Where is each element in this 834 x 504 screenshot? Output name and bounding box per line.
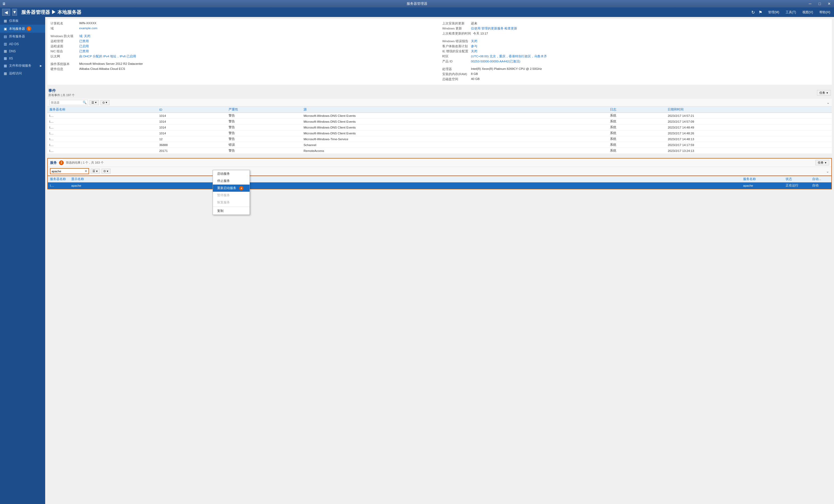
sidebar-item-dns[interactable]: ▦ DNS	[0, 48, 45, 55]
minimize-button[interactable]: ─	[805, 0, 815, 7]
prop-label-remote-desktop: 远程桌面	[50, 44, 77, 48]
menu-tools[interactable]: 工具(T)	[784, 9, 797, 16]
prop-label-computer-name: 计算机名	[50, 22, 77, 25]
sidebar-item-ad-ds[interactable]: ▥ AD DS	[0, 40, 45, 48]
prop-value-ie-esc[interactable]: 关闭	[471, 49, 477, 53]
prop-value-remote-mgmt[interactable]: 已禁用	[79, 39, 89, 43]
srv-row-startup: 自动	[810, 182, 831, 188]
services-task-button[interactable]: 任务 ▼	[815, 160, 829, 165]
cell-server: l....	[47, 130, 157, 136]
events-table: 服务器名称 ID 严重性 源 日志 日期和时间 l.... 1014 警告 Mi…	[47, 107, 832, 154]
services-options-btn[interactable]: ⊙ ▼	[102, 168, 111, 174]
prop-value-nic[interactable]: 已禁用	[79, 49, 89, 53]
events-search-input[interactable]	[51, 101, 83, 104]
table-row[interactable]: l.... 1014 警告 Microsoft-Windows-DNS Clie…	[47, 113, 832, 119]
dashboard-icon: ▦	[3, 19, 7, 23]
service-table-row[interactable]: l.... apache apache 正在运行 自动	[48, 182, 831, 189]
prop-label-windows-update: Windows 更新	[442, 27, 469, 30]
prop-product-id: 产品 ID 00253-50000-00000-AA442(已激活)	[442, 59, 829, 64]
refresh-icon[interactable]: ↻	[750, 9, 756, 16]
services-expand-btn[interactable]: ⌄	[826, 169, 829, 174]
remote-access-icon: ▦	[3, 71, 7, 75]
menu-help[interactable]: 帮助(H)	[818, 9, 832, 16]
cell-source: Microsoft-Windows-Time-Service	[301, 136, 608, 142]
prop-value-computer-name[interactable]: WIN-XXXXX	[79, 22, 96, 25]
menu-view[interactable]: 视图(V)	[801, 9, 815, 16]
events-table-container: 服务器名称 ID 严重性 源 日志 日期和时间 l.... 1014 警告 Mi…	[47, 107, 832, 154]
prop-value-ceip[interactable]: 参与	[471, 44, 477, 48]
sidebar-item-iis[interactable]: ▦ IIS	[0, 55, 45, 62]
services-clear-button[interactable]: ✕	[85, 169, 87, 173]
col-srv-name[interactable]: 服务名称	[741, 176, 784, 182]
prop-label-product-id: 产品 ID	[442, 60, 469, 64]
properties-section: 计算机名 WIN-XXXXX 域 example.com Windows 防火墙…	[47, 19, 832, 85]
context-menu-item-copy[interactable]: 复制	[213, 207, 249, 214]
events-expand-btn[interactable]: ⌄	[827, 100, 830, 105]
services-filter-input[interactable]	[51, 170, 84, 173]
prop-value-domain[interactable]: example.com	[79, 27, 97, 30]
context-menu-item-restart[interactable]: 重新启动服务 4	[213, 185, 249, 192]
table-row[interactable]: l.... 20171 警告 RemoteAccess 系统 2023/2/17…	[47, 148, 832, 154]
sidebar-item-all-servers[interactable]: ▤ 所有服务器	[0, 33, 45, 40]
col-srv-startup[interactable]: 自动...	[810, 176, 831, 182]
filter-dropdown-arrow: ▼	[95, 101, 97, 104]
sidebar-item-remote-access[interactable]: ▦ 远程访问	[0, 70, 45, 77]
col-id[interactable]: ID	[157, 107, 226, 113]
maximize-button[interactable]: □	[815, 0, 825, 7]
flag-icon[interactable]: ⚑	[758, 9, 763, 16]
sidebar-item-local-server[interactable]: ▣ 本地服务器 1	[0, 25, 45, 33]
col-severity[interactable]: 严重性	[226, 107, 302, 113]
sidebar-item-label: 本地服务器	[9, 27, 25, 31]
col-datetime[interactable]: 日期和时间	[665, 107, 832, 113]
filter-icon: ☰	[92, 169, 95, 173]
prop-value-error-reporting[interactable]: 关闭	[471, 39, 477, 43]
dropdown-button[interactable]: ▼	[12, 9, 17, 16]
col-log[interactable]: 日志	[608, 107, 665, 113]
srv-row-server: l....	[48, 183, 69, 188]
cell-id: 1014	[157, 130, 226, 136]
col-srv-server[interactable]: 服务器名称	[48, 176, 69, 182]
sidebar-item-dashboard[interactable]: ▦ 仪表板	[0, 17, 45, 25]
table-row[interactable]: l.... 1014 警告 Microsoft-Windows-DNS Clie…	[47, 130, 832, 136]
cell-severity: 警告	[226, 130, 302, 136]
prop-value-ram: 8 GB	[471, 72, 478, 76]
prop-value-windows-update[interactable]: 仅使用 管理的更新服务 检查更新	[471, 27, 517, 30]
col-source[interactable]: 源	[301, 107, 608, 113]
table-row[interactable]: l.... 36888 错误 Schannel 系统 2023/2/17 14:…	[47, 142, 832, 148]
menu-icons: ↻ ⚑	[750, 9, 763, 16]
close-button[interactable]: ✕	[825, 0, 834, 7]
prop-value-firewall[interactable]: 域: 关闭	[79, 34, 90, 38]
services-filter-btn[interactable]: ☰ ▼	[91, 168, 100, 174]
back-button[interactable]: ◀	[2, 9, 10, 16]
prop-nic: NIC 组合 已禁用	[50, 49, 437, 54]
prop-disk: 总磁盘空间 40 GB	[442, 77, 829, 82]
cell-datetime: 2023/2/17 14:48:26	[665, 130, 832, 136]
options-dropdown-arrow: ▼	[106, 170, 109, 173]
col-srv-display[interactable]: 显示名称	[69, 176, 741, 182]
prop-value-product-id[interactable]: 00253-50000-00000-AA442(已激活)	[471, 60, 520, 64]
context-menu-item-pause: 暂停服务	[213, 192, 249, 199]
table-row[interactable]: l.... 1014 警告 Microsoft-Windows-DNS Clie…	[47, 119, 832, 124]
menu-manage[interactable]: 管理(M)	[767, 9, 781, 16]
context-menu-item-stop[interactable]: 停止服务	[213, 177, 249, 185]
table-row[interactable]: l.... 1014 警告 Microsoft-Windows-DNS Clie…	[47, 124, 832, 130]
events-filter-btn[interactable]: ☰ ▼	[90, 100, 99, 105]
sidebar-item-file-storage[interactable]: ▦ 文件和存储服务 ▶	[0, 62, 45, 70]
events-task-button[interactable]: 任务 ▼	[817, 90, 831, 96]
prop-value-timezone[interactable]: (UTC+08:00) 北京，重庆，香港特别行政区，乌鲁木齐	[471, 54, 547, 59]
title-bar-controls: ─ □ ✕	[805, 0, 834, 7]
search-icon: 🔍	[83, 101, 87, 105]
prop-ceip: 客户体验改善计划 参与	[442, 44, 829, 49]
cell-id: 1014	[157, 119, 226, 124]
events-search-box: 🔍	[49, 100, 88, 105]
prop-value-ethernet[interactable]: 由 DHCP 分配的 IPv4 地址，IPv6 已启用	[79, 54, 136, 59]
col-srv-status[interactable]: 状态	[784, 176, 810, 182]
cell-severity: 警告	[226, 113, 302, 119]
events-toolbar: 🔍 ☰ ▼ ⊙ ▼ ⌄	[47, 99, 832, 107]
table-row[interactable]: l.... 12 警告 Microsoft-Windows-Time-Servi…	[47, 136, 832, 142]
context-menu-item-start[interactable]: 启动服务	[213, 170, 249, 177]
events-options-btn[interactable]: ⊙ ▼	[101, 100, 110, 105]
prop-os-version: 操作系统版本 Microsoft Windows Server 2012 R2 …	[50, 62, 437, 66]
col-server-name[interactable]: 服务器名称	[47, 107, 157, 113]
prop-value-remote-desktop[interactable]: 已启用	[79, 44, 89, 48]
